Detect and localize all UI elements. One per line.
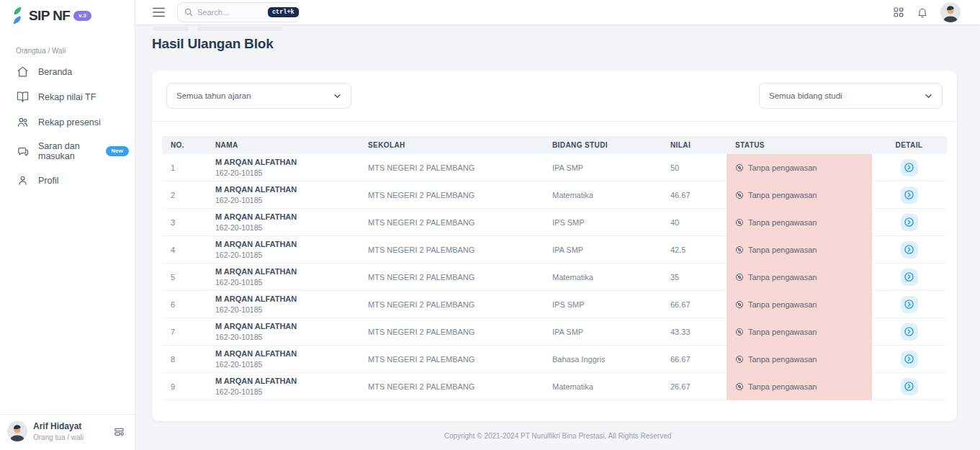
status-text: Tanpa pengawasan bbox=[748, 382, 817, 391]
user-role: Orang tua / wali bbox=[33, 433, 84, 441]
cell-detail bbox=[872, 318, 946, 346]
status-text: Tanpa pengawasan bbox=[748, 328, 817, 336]
sidebar-item-beranda[interactable]: Beranda bbox=[0, 59, 135, 84]
sidebar-item-rekap-nilai-tf[interactable]: Rekap nilai TF bbox=[0, 84, 135, 109]
cell-sekolah: MTS NEGERI 2 PALEMBANG bbox=[359, 264, 544, 291]
skeleton-bar bbox=[197, 27, 283, 31]
column-header-bidang-studi: BIDANG STUDI bbox=[544, 136, 662, 154]
user-icon bbox=[17, 174, 29, 186]
notifications-bell-icon[interactable] bbox=[917, 6, 928, 19]
logo-text: SIP NF bbox=[29, 8, 70, 24]
circle-chevron-right-icon bbox=[904, 381, 914, 392]
detail-button[interactable] bbox=[901, 214, 918, 231]
sidebar-item-rekap-presensi[interactable]: Rekap presensi bbox=[0, 109, 135, 135]
search-input[interactable] bbox=[197, 8, 264, 17]
profile-avatar[interactable] bbox=[940, 2, 961, 22]
tahun-ajaran-select[interactable]: Semua tahun ajaran bbox=[166, 83, 351, 109]
sidebar-item-label: Saran dan masukan bbox=[38, 141, 90, 161]
cell-nama: M ARQAN ALFATHAN 162-20-10185 bbox=[207, 264, 359, 291]
student-name: M ARQAN ALFATHAN bbox=[215, 212, 297, 222]
student-id: 162-20-10185 bbox=[215, 305, 262, 314]
results-card: Semua tahun ajaran Semua bidang studi bbox=[152, 71, 957, 421]
cell-detail bbox=[872, 236, 946, 264]
table-row: 8 M ARQAN ALFATHAN 162-20-10185 MTS NEGE… bbox=[162, 346, 947, 373]
cell-sekolah: MTS NEGERI 2 PALEMBANG bbox=[359, 181, 544, 209]
circle-chevron-right-icon bbox=[904, 299, 914, 310]
page-content: Hasil Ulangan Blok Semua tahun ajaran Se… bbox=[135, 24, 980, 421]
student-id: 162-20-10185 bbox=[215, 387, 262, 396]
column-header-sekolah: SEKOLAH bbox=[359, 136, 544, 154]
filter-bar: Semua tahun ajaran Semua bidang studi bbox=[152, 71, 957, 122]
user-info: Arif Hidayat Orang tua / wali bbox=[33, 421, 84, 441]
search-icon bbox=[184, 8, 193, 17]
sidebar-user-block[interactable]: Arif Hidayat Orang tua / wali bbox=[0, 414, 135, 450]
bidang-studi-select[interactable]: Semua bidang studi bbox=[759, 83, 943, 109]
circle-chevron-right-icon bbox=[904, 244, 914, 255]
cell-detail bbox=[872, 181, 946, 209]
cell-status: Tanpa pengawasan bbox=[727, 209, 872, 236]
cell-detail bbox=[872, 264, 946, 291]
apps-icon[interactable] bbox=[893, 6, 904, 18]
no-supervision-icon bbox=[735, 191, 744, 199]
cell-nama: M ARQAN ALFATHAN 162-20-10185 bbox=[207, 209, 359, 236]
search-box[interactable]: ctrl+k bbox=[177, 2, 300, 22]
cell-no: 9 bbox=[162, 373, 207, 400]
table-row: 1 M ARQAN ALFATHAN 162-20-10185 MTS NEGE… bbox=[162, 154, 947, 181]
column-header-detail: DETAIL bbox=[872, 136, 946, 154]
student-name: M ARQAN ALFATHAN bbox=[215, 267, 297, 276]
no-supervision-icon bbox=[735, 246, 744, 254]
user-avatar bbox=[7, 421, 27, 441]
table-header-row: NO. NAMA SEKOLAH BIDANG STUDI NILAI STAT… bbox=[162, 136, 947, 154]
student-name: M ARQAN ALFATHAN bbox=[215, 377, 297, 386]
detail-button[interactable] bbox=[901, 269, 918, 286]
table-row: 9 M ARQAN ALFATHAN 162-20-10185 MTS NEGE… bbox=[162, 373, 947, 400]
sidebar-spacer bbox=[0, 193, 135, 414]
cell-detail bbox=[872, 154, 946, 181]
logo[interactable]: SIP NF v.3 bbox=[0, 0, 135, 27]
cell-nama: M ARQAN ALFATHAN 162-20-10185 bbox=[207, 181, 359, 209]
detail-button[interactable] bbox=[901, 159, 918, 176]
topbar-icons bbox=[893, 2, 961, 22]
column-header-no: NO. bbox=[162, 136, 207, 154]
detail-button[interactable] bbox=[901, 241, 918, 258]
cell-nama: M ARQAN ALFATHAN 162-20-10185 bbox=[207, 291, 359, 318]
cell-bidang-studi: IPA SMP bbox=[544, 236, 662, 264]
detail-button[interactable] bbox=[901, 323, 918, 341]
cell-status: Tanpa pengawasan bbox=[727, 373, 872, 400]
table-body: 1 M ARQAN ALFATHAN 162-20-10185 MTS NEGE… bbox=[162, 154, 947, 400]
footer: Copyright © 2021-2024 PT Nurulfikri Bina… bbox=[135, 421, 980, 450]
sidebar-item-label: Beranda bbox=[38, 67, 72, 77]
no-supervision-icon bbox=[735, 218, 744, 227]
cell-bidang-studi: Bahasa Inggris bbox=[544, 346, 662, 373]
student-id: 162-20-10185 bbox=[215, 251, 262, 259]
table-row: 3 M ARQAN ALFATHAN 162-20-10185 MTS NEGE… bbox=[162, 209, 947, 236]
status-text: Tanpa pengawasan bbox=[748, 163, 817, 172]
status-text: Tanpa pengawasan bbox=[748, 355, 817, 364]
detail-button[interactable] bbox=[901, 378, 918, 395]
cell-sekolah: MTS NEGERI 2 PALEMBANG bbox=[359, 236, 544, 264]
cell-detail bbox=[872, 291, 946, 318]
student-id: 162-20-10185 bbox=[215, 333, 262, 341]
sidebar-item-saran-dan-masukan[interactable]: Saran dan masukan New bbox=[0, 135, 135, 168]
cell-nilai: 43.33 bbox=[662, 318, 727, 346]
cell-detail bbox=[872, 346, 946, 373]
detail-button[interactable] bbox=[901, 296, 918, 313]
user-menu-icon[interactable] bbox=[114, 426, 125, 437]
circle-chevron-right-icon bbox=[904, 189, 914, 200]
book-icon bbox=[17, 91, 29, 103]
cell-status: Tanpa pengawasan bbox=[727, 236, 872, 264]
sidebar-item-profil[interactable]: Profil bbox=[0, 168, 135, 193]
cell-sekolah: MTS NEGERI 2 PALEMBANG bbox=[359, 209, 544, 236]
status-text: Tanpa pengawasan bbox=[748, 300, 817, 309]
hamburger-menu-icon[interactable] bbox=[153, 7, 165, 17]
bidang-studi-value: Semua bidang studi bbox=[769, 91, 842, 100]
sidebar-item-label: Profil bbox=[38, 176, 58, 186]
detail-button[interactable] bbox=[901, 351, 918, 368]
sidebar-nav: Beranda Rekap nilai TF Rekap presensi Sa… bbox=[0, 59, 135, 193]
chevron-down-icon bbox=[333, 92, 341, 100]
breadcrumb-skeleton bbox=[152, 27, 957, 32]
status-text: Tanpa pengawasan bbox=[748, 273, 817, 282]
cell-no: 4 bbox=[162, 236, 207, 264]
table-row: 5 M ARQAN ALFATHAN 162-20-10185 MTS NEGE… bbox=[162, 264, 947, 291]
detail-button[interactable] bbox=[901, 186, 918, 204]
